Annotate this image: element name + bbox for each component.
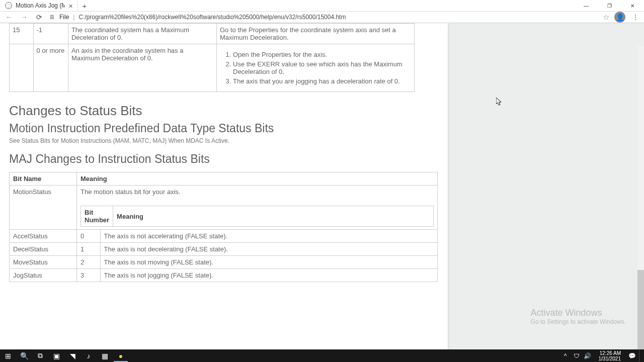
close-window-button[interactable]: ✕	[621, 0, 644, 11]
status-bits-note: See Status Bits for Motion Instructions …	[9, 137, 447, 144]
reload-button[interactable]: ⟳	[34, 12, 44, 22]
file-icon: 🗎	[49, 14, 55, 21]
tray-defender-icon[interactable]: 🛡	[573, 352, 581, 359]
notifications-icon[interactable]: 💬	[628, 352, 636, 359]
solution-list: Open the Properties for the axis. Use th…	[220, 50, 411, 86]
page-content: For example, if EXERR = 3, then check th…	[9, 23, 447, 282]
address-bar[interactable]: 🗎 File | C:/program%20files%20(x86)/rock…	[49, 14, 598, 21]
close-tab-icon[interactable]: ✕	[68, 3, 73, 8]
scrollbar-thumb[interactable]	[637, 270, 644, 349]
viewport: For example, if EXERR = 3, then check th…	[0, 23, 644, 349]
taskbar-clock[interactable]: 12:26 AM 1/31/2021	[595, 350, 625, 361]
system-tray: ^ 🛡 🔊 12:26 AM 1/31/2021 💬	[561, 349, 645, 362]
error-table: For example, if EXERR = 3, then check th…	[9, 23, 415, 92]
minimize-button[interactable]: —	[575, 0, 598, 11]
activate-windows-watermark: Activate Windows Go to Settings to activ…	[531, 308, 626, 325]
inner-status-table: Bit Number Meaning	[80, 206, 434, 227]
taskbar-app-4[interactable]: ▦	[97, 349, 113, 362]
bookmark-icon[interactable]: ☆	[603, 13, 609, 22]
browser-titlebar: ◌ Motion Axis Jog (MAJ) ✕ + — ❐ ✕	[0, 0, 644, 12]
tray-chevron-icon[interactable]: ^	[561, 352, 570, 359]
taskbar-app-2[interactable]: ◥	[64, 349, 80, 362]
mouse-cursor	[496, 98, 502, 106]
back-button[interactable]: ←	[4, 12, 14, 22]
browser-tab[interactable]: ◌ Motion Axis Jog (MAJ) ✕	[0, 0, 78, 11]
tab-title: Motion Axis Jog (MAJ)	[16, 2, 65, 9]
show-desktop-button[interactable]	[639, 349, 642, 362]
heading-changes-status-bits: Changes to Status Bits	[9, 103, 447, 119]
taskbar-app-1[interactable]: ▣	[48, 349, 64, 362]
heading-maj-changes: MAJ Changes to Instruction Status Bits	[9, 152, 447, 166]
task-view-button[interactable]: ⧉	[32, 349, 48, 362]
forward-button[interactable]: →	[19, 12, 29, 22]
globe-icon: ◌	[5, 2, 12, 9]
scrollbar-track[interactable]	[637, 46, 644, 337]
heading-motion-predefined: Motion Instruction Predefined Data Type …	[9, 122, 447, 135]
chrome-taskbar-button[interactable]: ●	[113, 349, 129, 362]
more-menu-icon[interactable]: ⋮	[630, 14, 640, 21]
browser-toolbar: ← → ⟳ 🗎 File | C:/program%20files%20(x86…	[0, 12, 644, 23]
start-button[interactable]: ⊞	[0, 349, 16, 362]
maximize-button[interactable]: ❐	[598, 0, 621, 11]
status-bits-table: Bit Name Meaning MotionStatus The motion…	[9, 172, 438, 282]
new-tab-button[interactable]: +	[78, 0, 91, 11]
profile-avatar[interactable]: 👤	[614, 12, 625, 23]
window-controls: — ❐ ✕	[575, 0, 644, 11]
tray-volume-icon[interactable]: 🔊	[584, 352, 592, 359]
url-text: C:/program%20files%20(x86)/rockwell%20so…	[78, 14, 346, 21]
taskbar-app-3[interactable]: ♪	[80, 349, 97, 362]
search-button[interactable]: 🔍	[16, 349, 32, 362]
taskbar: ⊞ 🔍 ⧉ ▣ ◥ ♪ ▦ ● ^ 🛡 🔊 12:26 AM 1/31/2021…	[0, 349, 644, 362]
url-scheme: File	[59, 14, 69, 21]
